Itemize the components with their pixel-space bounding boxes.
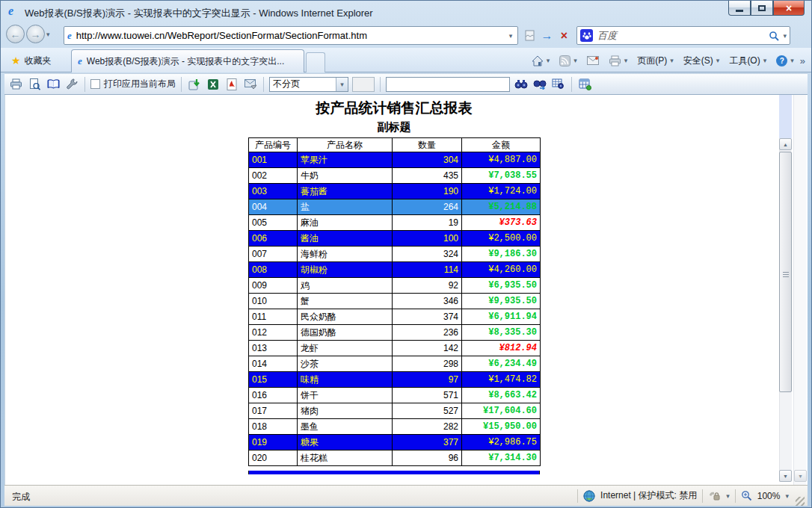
protected-mode-caret[interactable]: ▾: [726, 492, 730, 500]
print-preview-button[interactable]: [27, 77, 42, 92]
resize-grip[interactable]: [796, 497, 805, 506]
table-row[interactable]: 003蕃茄酱190¥1,724.00: [249, 184, 541, 199]
print-button[interactable]: ▾: [605, 53, 632, 69]
cell-qty: 92: [393, 278, 462, 294]
tools-menu[interactable]: 工具(O) ▾: [725, 52, 770, 69]
cell-name: 德国奶酪: [298, 325, 393, 341]
table-row[interactable]: 006酱油100¥2,500.00: [249, 231, 541, 247]
read-mail-button[interactable]: [583, 54, 603, 67]
report-params-button[interactable]: [577, 77, 592, 92]
cell-name: 鸡: [298, 278, 393, 294]
search-box[interactable]: 百度 ▾: [576, 26, 790, 45]
go-button[interactable]: →: [538, 26, 556, 45]
cell-amt: ¥1,724.00: [462, 184, 541, 199]
window-title: Web报表(B/S报表)演示 - 实现报表中的文字突出显示 - Windows …: [25, 7, 373, 20]
scroll-up-button[interactable]: ▲: [779, 138, 792, 150]
tab-active[interactable]: e Web报表(B/S报表)演示 - 实现报表中的文字突出...: [71, 49, 304, 72]
table-row[interactable]: 008胡椒粉114¥4,260.00: [249, 262, 541, 278]
table-row[interactable]: 014沙茶298¥6,234.49: [249, 356, 541, 372]
page-setup-button[interactable]: [46, 77, 61, 92]
find-button[interactable]: [514, 77, 529, 92]
cell-code: 013: [249, 341, 298, 356]
cell-amt: ¥6,935.50: [462, 278, 541, 294]
find-all-button[interactable]: [551, 77, 566, 92]
table-row[interactable]: 012德国奶酪236¥8,335.30: [249, 325, 541, 341]
home-button[interactable]: ▾: [528, 53, 554, 69]
zoom-caret[interactable]: ▾: [785, 492, 789, 500]
safety-menu[interactable]: 安全(S) ▾: [680, 52, 724, 69]
close-button[interactable]: ×: [773, 1, 805, 16]
report-toolbar: 打印应用当前布局: [4, 73, 808, 95]
find-text-input[interactable]: [386, 77, 510, 92]
scrollbar-thumb[interactable]: [779, 152, 792, 392]
report-scrollbar[interactable]: ▲ ▼: [779, 95, 792, 485]
table-row[interactable]: 005麻油19¥373.63: [249, 215, 541, 231]
cell-amt: ¥2,500.00: [462, 231, 541, 247]
table-row[interactable]: 019糖果377¥2,986.75: [249, 435, 541, 450]
cell-name: 牛奶: [298, 168, 393, 184]
cell-code: 018: [249, 419, 298, 435]
cell-code: 017: [249, 403, 298, 419]
table-row[interactable]: 015味精97¥1,474.82: [249, 372, 541, 388]
minimize-button[interactable]: [728, 1, 751, 16]
paging-select[interactable]: 不分页 ▾: [269, 77, 348, 92]
overflow-chevron[interactable]: »: [800, 55, 805, 66]
export-excel-button[interactable]: [206, 77, 221, 92]
table-row[interactable]: 001苹果汁304¥4,887.00: [249, 152, 541, 168]
maximize-button[interactable]: [751, 1, 773, 16]
browser-scrollbar[interactable]: ▼: [793, 95, 806, 485]
table-row[interactable]: 020桂花糕96¥7,314.30: [249, 450, 541, 466]
address-input[interactable]: e http://www.tuowei.cn/WebReport/Section…: [64, 26, 518, 45]
page-menu[interactable]: 页面(P) ▾: [633, 52, 677, 69]
table-row[interactable]: 017猪肉527¥17,604.60: [249, 403, 541, 419]
table-row[interactable]: 018墨鱼282¥15,950.00: [249, 419, 541, 435]
forward-button[interactable]: →: [26, 25, 45, 43]
help-menu[interactable]: ? ▾: [772, 53, 798, 69]
scroll-down-button[interactable]: ▼: [779, 470, 792, 482]
feeds-button[interactable]: ▾: [556, 53, 581, 69]
report-print-button[interactable]: [8, 77, 23, 92]
table-row[interactable]: 016饼干571¥8,663.42: [249, 388, 541, 403]
minimize-icon: [736, 10, 743, 12]
cell-qty: 324: [393, 247, 462, 262]
report-table: 产品编号 产品名称 数量 金额 001苹果汁304¥4,887.00002牛奶4…: [248, 137, 541, 466]
export-mail-button[interactable]: [243, 77, 258, 92]
page-number-box[interactable]: [352, 77, 375, 92]
browser-window: e Web报表(B/S报表)演示 - 实现报表中的文字突出显示 - Window…: [0, 0, 812, 508]
recent-pages-dropdown[interactable]: ▾: [46, 31, 50, 38]
table-row[interactable]: 011民众奶酪374¥6,911.94: [249, 309, 541, 325]
report-settings-button[interactable]: [64, 77, 79, 92]
zoom-level[interactable]: 100%: [757, 491, 781, 501]
table-row[interactable]: 013龙虾142¥812.94: [249, 341, 541, 356]
address-bar-row: ← → ▾ e http://www.tuowei.cn/WebReport/S…: [1, 23, 811, 48]
new-tab-button[interactable]: [306, 52, 325, 72]
cell-name: 桂花糕: [298, 450, 393, 466]
export-save-button[interactable]: [187, 77, 202, 92]
wrench-icon: [66, 78, 78, 90]
table-row[interactable]: 009鸡92¥6,935.50: [249, 278, 541, 294]
print-layout-checkbox[interactable]: [90, 79, 100, 89]
table-row[interactable]: 002牛奶435¥7,038.55: [249, 168, 541, 184]
table-row[interactable]: 007海鲜粉324¥9,186.30: [249, 247, 541, 262]
back-button[interactable]: ←: [6, 25, 25, 43]
excel-icon: [207, 78, 219, 90]
cell-name: 味精: [298, 372, 393, 388]
protected-mode-icon[interactable]: [708, 491, 721, 501]
stop-button[interactable]: ×: [556, 26, 573, 45]
internet-zone-icon: [583, 490, 595, 502]
zoom-icon[interactable]: [741, 490, 752, 501]
compatibility-view-button[interactable]: [521, 26, 538, 45]
browser-scroll-down-button[interactable]: ▼: [794, 470, 807, 482]
export-pdf-button[interactable]: [224, 77, 239, 92]
status-bar: 完成 Internet | 保护模式: 禁用 ▾: [4, 485, 808, 506]
cell-code: 005: [249, 215, 298, 231]
search-icon[interactable]: [769, 31, 779, 41]
favorites-star-icon: ★: [11, 55, 21, 66]
cell-qty: 114: [393, 262, 462, 278]
table-row[interactable]: 010蟹346¥9,935.50: [249, 294, 541, 309]
find-next-button[interactable]: [532, 77, 547, 92]
address-dropdown-icon[interactable]: ▾: [504, 32, 517, 40]
search-options-dropdown[interactable]: ▾: [783, 32, 787, 40]
table-row[interactable]: 004盐264¥5,214.88: [249, 199, 541, 215]
favorites-button[interactable]: ★ 收藏夹: [7, 52, 56, 69]
